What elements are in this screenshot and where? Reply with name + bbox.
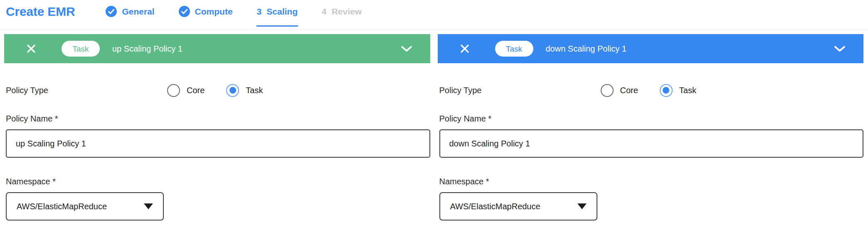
policy-type-label: Policy Type [439,86,486,95]
down-policy-accordion-header[interactable]: Task down Scaling Policy 1 [438,34,864,63]
step-label: Scaling [266,7,298,17]
step-scaling[interactable]: 3 Scaling [257,7,298,17]
panel-up-scaling-policy: Task up Scaling Policy 1 Policy Type Cor… [4,34,430,221]
page-title: Create EMR [6,5,75,19]
wizard-header-content: Create EMR General [6,5,386,19]
scaling-policy-panels: Task up Scaling Policy 1 Policy Type Cor… [0,30,868,221]
policy-type-label: Policy Type [6,86,52,95]
policy-name-label: Policy Name * [439,114,864,124]
policy-name-label: Policy Name * [6,114,430,124]
caret-down-icon [577,203,587,209]
radio-circle-icon [167,84,180,97]
check-circle-icon [106,6,117,17]
namespace-select[interactable]: AWS/ElasticMapReduce [6,192,164,221]
radio-task[interactable]: Task [660,84,696,97]
accordion-title: down Scaling Policy 1 [546,44,627,54]
policy-type-row: Policy Type Core Task [439,83,864,97]
chevron-down-icon[interactable] [400,45,413,52]
down-policy-form: Policy Type Core Task Policy Name * [438,83,864,221]
radio-label: Task [679,86,696,95]
create-emr-page: Create EMR General [0,0,868,228]
step-general[interactable]: General [106,6,154,17]
policy-name-input[interactable] [6,129,430,158]
radio-core[interactable]: Core [601,84,638,97]
step-number: 3 [257,7,262,17]
accordion-title: up Scaling Policy 1 [112,44,182,54]
radio-core[interactable]: Core [167,84,205,97]
radio-circle-icon [601,84,614,97]
caret-down-icon [144,203,153,209]
namespace-selected-value: AWS/ElasticMapReduce [450,202,540,211]
namespace-label: Namespace * [439,177,864,186]
step-compute[interactable]: Compute [179,6,233,17]
radio-label: Core [187,86,205,95]
close-icon[interactable] [24,42,38,56]
close-icon[interactable] [458,42,472,56]
panel-down-scaling-policy: Task down Scaling Policy 1 Policy Type C… [438,34,864,221]
policy-type-radio-group: Core Task [601,84,696,97]
policy-type-row: Policy Type Core Task [6,83,430,97]
radio-circle-icon [226,84,239,97]
check-circle-icon [179,6,190,17]
radio-task[interactable]: Task [226,84,263,97]
radio-circle-icon [660,84,673,97]
wizard-steps: General Compute 3 Scaling [106,6,386,17]
radio-label: Task [246,86,263,95]
wizard-header: Create EMR General [0,0,868,30]
step-label: General [122,7,154,17]
step-number: 4 [322,7,327,17]
namespace-selected-value: AWS/ElasticMapReduce [17,202,107,211]
policy-kind-badge: Task [62,41,100,57]
step-label: Compute [195,7,233,17]
up-policy-form: Policy Type Core Task Policy Name * [4,83,430,221]
step-label: Review [332,7,362,17]
policy-name-input[interactable] [439,129,864,158]
chevron-down-icon[interactable] [833,45,846,52]
namespace-select[interactable]: AWS/ElasticMapReduce [439,192,597,221]
policy-type-radio-group: Core Task [167,84,263,97]
policy-kind-badge: Task [495,41,533,57]
up-policy-accordion-header[interactable]: Task up Scaling Policy 1 [4,34,430,63]
step-review[interactable]: 4 Review [322,7,362,17]
namespace-label: Namespace * [6,177,430,186]
radio-label: Core [620,86,638,95]
